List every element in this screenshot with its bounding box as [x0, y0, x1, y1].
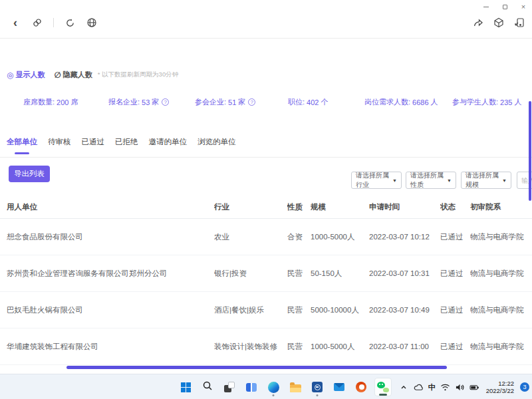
- blue-app-icon: [312, 382, 323, 392]
- widgets-button[interactable]: [221, 378, 238, 396]
- blue-app-button[interactable]: [309, 378, 326, 396]
- table-row[interactable]: 想念食品股份有限公司 农业 合资 1000-5000人 2022-03-07 1…: [0, 219, 532, 255]
- edge-icon: [268, 382, 279, 393]
- hide-count-toggle[interactable]: ∅ 隐藏人数: [54, 70, 92, 80]
- nature-select[interactable]: 请选择所属性质 ▼: [406, 172, 456, 189]
- col-apply-time: 申请时间: [369, 202, 440, 212]
- apply-time: 2022-03-07 10:49: [369, 306, 440, 314]
- wifi-icon[interactable]: [440, 382, 450, 392]
- horizontal-scrollbar-thumb[interactable]: [66, 366, 447, 369]
- tab-viewed-companies[interactable]: 浏览的单位: [198, 137, 236, 157]
- scale: 50-150人: [311, 269, 369, 279]
- app-window: × ‹: [0, 0, 532, 374]
- table-header-row: 用人单位 行业 性质 规模 申请时间 状态 初审院系: [0, 196, 532, 219]
- company-name: 华埔建筑装饰工程有限公司: [7, 342, 214, 352]
- show-count-label: 显示人数: [15, 70, 45, 80]
- office-app-button[interactable]: [352, 378, 370, 396]
- industry: 银行|投资: [214, 269, 287, 279]
- windows-logo-icon: [181, 382, 191, 392]
- refresh-icon[interactable]: [64, 17, 76, 29]
- taskbar-search-button[interactable]: [199, 378, 216, 396]
- chevron-down-icon: ▼: [392, 178, 397, 183]
- wechat-icon: [377, 382, 389, 392]
- minimize-button[interactable]: [481, 2, 491, 11]
- browser-toolbar: ‹: [0, 13, 532, 32]
- toolbar-bottom-divider: [0, 38, 532, 39]
- visibility-bar: ◎ 显示人数 ∅ 隐藏人数 * 以下数据刷新周期为30分钟: [7, 70, 178, 80]
- nature: 民营: [287, 269, 311, 279]
- col-status: 状态: [440, 202, 470, 212]
- running-indicator-dot: [273, 394, 275, 396]
- chevron-down-icon: ▼: [502, 178, 507, 183]
- industry-select[interactable]: 请选择所属行业 ▼: [351, 172, 402, 189]
- notification-count-badge[interactable]: 3: [520, 382, 529, 392]
- export-list-button[interactable]: 导出列表: [9, 166, 50, 182]
- status: 已通过: [440, 342, 470, 352]
- edge-browser-button[interactable]: [265, 378, 282, 396]
- tab-approved[interactable]: 已通过: [82, 137, 105, 157]
- onedrive-cloud-icon[interactable]: [414, 382, 424, 392]
- taskbar-pinned-apps: [177, 378, 392, 396]
- department: 物流与电商学院: [470, 305, 532, 315]
- industry: 农业: [214, 232, 287, 242]
- back-icon[interactable]: ‹: [9, 17, 21, 29]
- stat-demand-headcount: 岗位需求人数: 6686 人: [364, 97, 452, 107]
- help-icon[interactable]: ?: [162, 98, 169, 106]
- tab-rejected[interactable]: 已拒绝: [115, 137, 138, 157]
- task-view-button[interactable]: [243, 378, 260, 396]
- col-industry: 行业: [214, 202, 287, 212]
- show-count-toggle[interactable]: ◎ 显示人数: [7, 70, 45, 80]
- tray-chevron-up-icon[interactable]: [399, 382, 409, 392]
- open-on-phone-icon[interactable]: [513, 17, 525, 29]
- clock-time: 12:22: [486, 380, 514, 387]
- chevron-down-icon: ▼: [447, 178, 452, 183]
- tab-pending-review[interactable]: 待审核: [48, 137, 71, 157]
- toolbar-right-group: [472, 13, 525, 32]
- vertical-scrollbar-thumb[interactable]: [529, 101, 531, 201]
- refresh-note: * 以下数据刷新周期为30分钟: [98, 70, 178, 79]
- col-company: 用人单位: [7, 202, 214, 212]
- wechat-app-button[interactable]: [374, 378, 392, 396]
- apply-time: 2022-03-07 11:00: [369, 342, 440, 350]
- ime-indicator[interactable]: 中: [428, 382, 436, 392]
- mail-app-button[interactable]: [331, 378, 348, 396]
- file-explorer-button[interactable]: [287, 378, 304, 396]
- stat-students: 参与学生人数: 235 人: [452, 97, 521, 107]
- nature: 合资: [287, 232, 311, 242]
- department: 物流与电商学院: [470, 269, 532, 279]
- company-table: 用人单位 行业 性质 规模 申请时间 状态 初审院系 想念食品股份有限公司 农业…: [0, 196, 532, 365]
- scale-select[interactable]: 请选择所属规模 ▼: [461, 172, 511, 189]
- start-button[interactable]: [177, 378, 194, 396]
- share-icon[interactable]: [472, 17, 484, 29]
- taskbar-clock[interactable]: 12:22 2022/3/22: [486, 380, 514, 394]
- windows-taskbar: 中 12:22 2022/3/22 3: [0, 374, 532, 399]
- scale: 1000-5000人: [311, 232, 369, 242]
- miniprogram-cube-icon[interactable]: [493, 17, 505, 29]
- tabs-bar: 全部单位 待审核 已通过 已拒绝 邀请的单位 浏览的单位: [7, 137, 236, 157]
- table-row[interactable]: 苏州贵和企业管理咨询服务有限公司郑州分公司 银行|投资 民营 50-150人 2…: [0, 255, 532, 292]
- hide-count-icon: ∅: [54, 71, 61, 79]
- system-tray: 中 12:22 2022/3/22 3: [399, 374, 529, 399]
- status: 已通过: [440, 232, 470, 242]
- help-icon[interactable]: ?: [248, 98, 255, 106]
- maximize-button[interactable]: [500, 2, 509, 11]
- table-row[interactable]: 华埔建筑装饰工程有限公司 装饰设计|装饰装修 民营 1000-5000人 202…: [0, 329, 532, 365]
- speaker-icon[interactable]: [455, 382, 465, 392]
- link-icon[interactable]: [31, 17, 43, 29]
- toolbar-divider: [53, 18, 54, 27]
- tab-invited-companies[interactable]: 邀请的单位: [149, 137, 188, 157]
- globe-icon[interactable]: [86, 17, 98, 29]
- stat-seats: 座席数量: 200 席: [23, 97, 108, 107]
- battery-icon[interactable]: [469, 382, 479, 392]
- table-row[interactable]: 巴奴毛肚火锅有限公司 酒店|餐饮|娱乐 民营 5000-10000人 2022-…: [0, 292, 532, 329]
- tab-all-companies[interactable]: 全部单位: [7, 137, 37, 157]
- scale: 5000-10000人: [311, 305, 369, 315]
- stats-bar: 座席数量: 200 席 报名企业: 53 家 ? 参会企业: 51 家 ? 职位…: [23, 97, 532, 107]
- close-button[interactable]: ×: [519, 2, 528, 11]
- search-icon: [202, 380, 213, 394]
- stat-registered-companies: 报名企业: 53 家 ?: [108, 97, 195, 107]
- col-department: 初审院系: [470, 202, 532, 212]
- col-nature: 性质: [287, 202, 311, 212]
- folder-icon: [290, 384, 301, 392]
- window-controls: ×: [481, 2, 528, 11]
